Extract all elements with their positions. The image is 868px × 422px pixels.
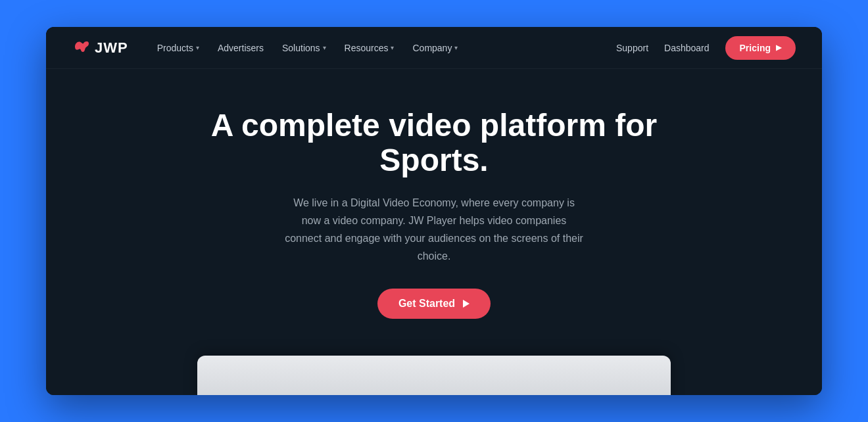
chevron-down-icon: ▾: [323, 44, 326, 51]
navbar-right: Support Dashboard Pricing ▶: [616, 36, 796, 60]
video-preview-card: [197, 356, 671, 395]
browser-window: JWP Products ▾ Advertisers Solutions ▾ R…: [46, 27, 822, 395]
pricing-button[interactable]: Pricing ▶: [725, 36, 796, 60]
chevron-down-icon: ▾: [454, 44, 458, 51]
nav-item-products[interactable]: Products ▾: [149, 37, 207, 59]
play-icon: [463, 300, 470, 308]
nav-links: Products ▾ Advertisers Solutions ▾ Resou…: [149, 37, 466, 59]
hero-subtitle: We live in a Digital Video Economy, wher…: [283, 194, 585, 266]
get-started-button[interactable]: Get Started: [377, 289, 491, 319]
dashboard-link[interactable]: Dashboard: [664, 43, 710, 53]
logo[interactable]: JWP: [72, 37, 128, 59]
nav-item-resources[interactable]: Resources ▾: [337, 37, 402, 59]
support-link[interactable]: Support: [616, 43, 648, 53]
nav-item-advertisers[interactable]: Advertisers: [210, 37, 272, 59]
logo-text: JWP: [95, 39, 128, 57]
play-icon: ▶: [776, 43, 781, 52]
hero-section: A complete video platform for Sports. We…: [46, 69, 822, 395]
chevron-down-icon: ▾: [196, 44, 199, 51]
navbar-left: JWP Products ▾ Advertisers Solutions ▾ R…: [72, 37, 466, 59]
nav-item-company[interactable]: Company ▾: [404, 37, 466, 59]
logo-icon: [72, 37, 91, 59]
chevron-down-icon: ▾: [391, 44, 394, 51]
navbar: JWP Products ▾ Advertisers Solutions ▾ R…: [46, 27, 822, 69]
hero-title: A complete video platform for Sports.: [204, 108, 664, 178]
nav-item-solutions[interactable]: Solutions ▾: [274, 37, 334, 59]
